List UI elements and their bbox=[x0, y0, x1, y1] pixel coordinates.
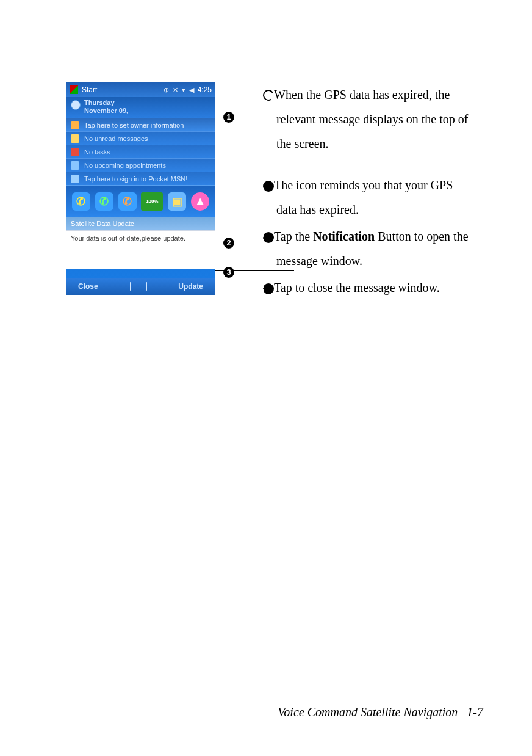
two-column-layout: 1 2 3 Start ⊕ ✕ ▾ ◀ 4:25 bbox=[66, 82, 469, 302]
tasks-row[interactable]: No tasks bbox=[66, 145, 215, 158]
antenna-icon[interactable]: ▾ bbox=[182, 86, 185, 94]
clock-icon bbox=[71, 100, 81, 110]
circled-1-icon: 1 bbox=[223, 112, 234, 123]
circled-3-icon: 3 bbox=[223, 267, 234, 278]
manual-page: 1 2 3 Start ⊕ ✕ ▾ ◀ 4:25 bbox=[0, 0, 532, 756]
speaker-icon[interactable]: ◀ bbox=[189, 86, 194, 94]
soft-key-bar: Close Update bbox=[66, 278, 215, 295]
callout-marker-2: 2 bbox=[223, 235, 234, 249]
circled-3-icon: 3 bbox=[263, 283, 274, 294]
keyboard-icon[interactable] bbox=[130, 282, 147, 291]
close-button[interactable]: Close bbox=[78, 282, 98, 291]
today-date: November 09, bbox=[71, 107, 210, 115]
page-footer: Voice Command Satellite Navigation 1-7 bbox=[278, 705, 483, 719]
screenshot-column: 1 2 3 Start ⊕ ✕ ▾ ◀ 4:25 bbox=[66, 82, 252, 302]
intro-paragraph: When the GPS data has expired, the relev… bbox=[263, 82, 469, 156]
tasks-icon bbox=[71, 148, 79, 156]
notification-body: Your data is out of date,please update. bbox=[66, 230, 215, 269]
notification-message: Your data is out of date,please update. bbox=[71, 234, 185, 242]
point-3: 3Tap to close the message window. bbox=[263, 275, 469, 300]
point-1: 1The icon reminds you that your GPS data… bbox=[263, 173, 469, 222]
footer-title: Voice Command Satellite Navigation bbox=[278, 705, 458, 719]
point-1-text: The icon reminds you that your GPS data … bbox=[274, 178, 453, 216]
owner-info-row[interactable]: Tap here to set owner information bbox=[66, 118, 215, 131]
file-explorer-icon[interactable]: ▣ bbox=[168, 192, 186, 211]
phone-orange-icon[interactable]: ✆ bbox=[118, 192, 137, 211]
quick-launch-row: ✆ ✆ ✆ 100% ▣ ▲ bbox=[66, 185, 215, 217]
calendar-icon bbox=[71, 161, 79, 170]
intro-text: When the GPS data has expired, the relev… bbox=[274, 88, 468, 150]
callout-marker-3: 3 bbox=[223, 264, 234, 278]
appointments-label: No upcoming appointments bbox=[84, 162, 166, 169]
tasks-label: No tasks bbox=[84, 148, 110, 156]
update-button[interactable]: Update bbox=[178, 282, 203, 291]
point-2: 2Tap the Notification Button to open the… bbox=[263, 224, 469, 273]
pocket-msn-label: Tap here to sign in to Pocket MSN! bbox=[84, 175, 187, 183]
owner-info-label: Tap here to set owner information bbox=[84, 122, 184, 129]
point-3-text: Tap to close the message window. bbox=[274, 281, 440, 294]
today-date-row[interactable]: Thursday November 09, bbox=[66, 97, 215, 118]
point-2-bold: Notification bbox=[313, 230, 375, 243]
today-weekday: Thursday bbox=[71, 99, 210, 107]
device-screenshot: Start ⊕ ✕ ▾ ◀ 4:25 Thursday November 09, bbox=[66, 82, 215, 295]
start-label[interactable]: Start bbox=[82, 85, 97, 94]
taskbar[interactable]: Start ⊕ ✕ ▾ ◀ 4:25 bbox=[66, 82, 215, 97]
windows-flag-icon bbox=[70, 85, 78, 94]
messages-row[interactable]: No unread messages bbox=[66, 131, 215, 145]
messages-label: No unread messages bbox=[84, 135, 148, 142]
footer-page-number: 1-7 bbox=[467, 705, 483, 719]
notification-title: Satellite Data Update bbox=[71, 220, 134, 227]
clock-time[interactable]: 4:25 bbox=[198, 85, 212, 94]
callout-marker-1: 1 bbox=[223, 109, 234, 123]
phone-green-icon[interactable]: ✆ bbox=[95, 192, 113, 211]
notification-title-bar[interactable]: Satellite Data Update bbox=[66, 217, 215, 230]
content-area: 1 2 3 Start ⊕ ✕ ▾ ◀ 4:25 bbox=[66, 82, 469, 302]
reset-symbol-icon bbox=[262, 89, 275, 102]
appointments-row[interactable]: No upcoming appointments bbox=[66, 158, 215, 172]
owner-icon bbox=[71, 121, 79, 129]
msn-icon bbox=[71, 175, 79, 183]
messages-icon bbox=[71, 134, 79, 143]
connectivity-icon[interactable]: ⊕ bbox=[164, 86, 169, 94]
signal-off-icon[interactable]: ✕ bbox=[173, 86, 178, 94]
explanation-column: When the GPS data has expired, the relev… bbox=[263, 82, 469, 302]
circled-1-icon: 1 bbox=[263, 181, 274, 192]
battery-indicator[interactable]: 100% bbox=[141, 192, 163, 211]
circled-2-icon: 2 bbox=[223, 238, 234, 249]
circled-2-icon: 2 bbox=[263, 232, 274, 243]
phone-alert-icon[interactable]: ✆ bbox=[72, 192, 90, 211]
pocket-msn-row[interactable]: Tap here to sign in to Pocket MSN! bbox=[66, 172, 215, 185]
up-arrow-icon[interactable]: ▲ bbox=[191, 192, 209, 211]
